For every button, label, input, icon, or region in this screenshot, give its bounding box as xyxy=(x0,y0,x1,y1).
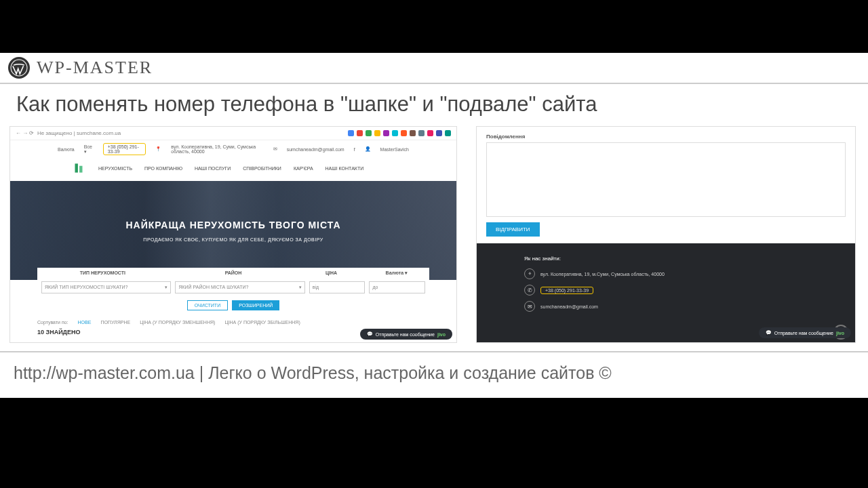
svg-rect-4 xyxy=(75,163,78,172)
brand-name: WP-MASTER xyxy=(37,58,153,78)
screenshots-row: ← → ⟳ Не защищено | sumchane.com.ua Валю… xyxy=(0,126,868,350)
footer-address-line: ⌖ вул. Кооперативна, 19, м.Суми, Сумська… xyxy=(524,268,808,279)
footer-address: вул. Кооперативна, 19, м.Суми, Сумська о… xyxy=(540,272,665,277)
svg-rect-5 xyxy=(79,166,82,173)
chevron-down-icon: ▾ xyxy=(299,285,302,290)
mail-icon: ✉ xyxy=(524,301,535,312)
footer-phone-line: ✆ +38 (050) 291-33-39 xyxy=(524,285,808,296)
slide-footer-text: http://wp-master.com.ua | Легко о WordPr… xyxy=(0,352,868,398)
send-button[interactable]: ВІДПРАВИТИ xyxy=(486,222,540,237)
site-top-strip: Валюта Все ▾ +38 (050) 291-33-39 📍 вул. … xyxy=(10,140,456,158)
sort-option[interactable]: НОВЕ xyxy=(78,320,92,325)
nav-item[interactable]: НАШІ КОНТАКТИ xyxy=(326,166,364,171)
header-phone-highlight[interactable]: +38 (050) 291-33-39 xyxy=(103,143,146,155)
message-label: Повідомлення xyxy=(486,134,846,140)
mail-icon: ✉ xyxy=(273,146,277,152)
reload-icon[interactable]: ⟳ xyxy=(29,130,34,136)
type-select[interactable]: ЯКИЙ ТИП НЕРУХОМОСТІ ШУКАТИ?▾ xyxy=(41,281,171,293)
search-head-currency[interactable]: Валюта ▾ xyxy=(364,268,429,279)
extension-icons[interactable] xyxy=(348,130,451,136)
sort-option[interactable]: ЦІНА (У ПОРЯДКУ ЗБІЛЬШЕННЯ) xyxy=(224,320,300,325)
hero-subtitle: ПРОДАЄМО ЯК СВОЄ, КУПУЄМО ЯК ДЛЯ СЕБЕ, Д… xyxy=(143,237,323,242)
search-head-type: ТИП НЕРУХОМОСТІ xyxy=(37,268,168,279)
pin-icon: 📍 xyxy=(155,146,161,152)
site-nav: НЕРУХОМІСТЬ ПРО КОМПАНІЮ НАШІ ПОСЛУГИ СП… xyxy=(10,158,456,181)
content-area: WP-MASTER Как поменять номер телефона в … xyxy=(0,53,868,398)
clear-button[interactable]: ОЧИСТИТИ xyxy=(187,300,228,310)
insecure-label: Не защищено | xyxy=(37,130,75,136)
sort-option[interactable]: ЦІНА (У ПОРЯДКУ ЗМЕНШЕННЯ) xyxy=(140,320,215,325)
site-logo-icon[interactable] xyxy=(71,161,86,176)
pin-icon: ⌖ xyxy=(524,268,535,279)
user-icon: 👤 xyxy=(365,146,371,152)
chat-text: Отправьте нам сообщение xyxy=(774,331,833,336)
contact-form: Повідомлення ВІДПРАВИТИ xyxy=(477,127,855,243)
nav-item[interactable]: НЕРУХОМІСТЬ xyxy=(98,166,132,171)
price-to-input[interactable]: до xyxy=(369,281,425,293)
sort-label: Сортувати по: xyxy=(37,320,68,325)
advanced-button[interactable]: РОЗШИРЕНИЙ xyxy=(232,300,279,310)
nav-item[interactable]: ПРО КОМПАНІЮ xyxy=(144,166,182,171)
hero-section: НАЙКРАЩА НЕРУХОМІСТЬ ТВОГО МІСТА ПРОДАЄМ… xyxy=(10,181,456,280)
phone-icon: ✆ xyxy=(524,285,535,296)
header-address: вул. Кооперативна, 19, Суми, Сумська обл… xyxy=(171,144,263,154)
footer-heading: Як нас знайти: xyxy=(524,256,808,262)
chat-text: Отправьте нам сообщение xyxy=(376,332,435,337)
footer-email-line: ✉ sumchaneadm@gmail.com xyxy=(524,301,808,312)
chat-widget[interactable]: 💬 Отправьте нам сообщение jivo xyxy=(759,327,851,338)
chat-widget[interactable]: 💬 Отправьте нам сообщение jivo xyxy=(360,329,452,340)
footer-phone-highlight[interactable]: +38 (050) 291-33-39 xyxy=(540,287,593,294)
facebook-icon[interactable]: f xyxy=(354,147,355,152)
page-url[interactable]: sumchane.com.ua xyxy=(77,130,121,136)
brand-bar: WP-MASTER xyxy=(0,53,868,84)
chevron-down-icon: ▾ xyxy=(165,285,167,290)
header-email[interactable]: sumchaneadm@gmail.com xyxy=(287,147,344,152)
district-select[interactable]: ЯКИЙ РАЙОН МІСТА ШУКАТИ?▾ xyxy=(175,281,304,293)
sort-option[interactable]: ПОПУЛЯРНЕ xyxy=(100,320,130,325)
chat-icon: 💬 xyxy=(367,331,373,337)
letterbox-top xyxy=(0,0,868,53)
footer-email[interactable]: sumchaneadm@gmail.com xyxy=(540,304,598,309)
search-card: ТИП НЕРУХОМОСТІ РАЙОН ЦІНА Валюта ▾ ЯКИЙ… xyxy=(37,268,429,317)
slide-title: Как поменять номер телефона в "шапке" и … xyxy=(16,92,852,117)
slide-title-row: Как поменять номер телефона в "шапке" и … xyxy=(0,84,868,126)
browser-address-bar: ← → ⟳ Не защищено | sumchane.com.ua xyxy=(10,127,456,140)
header-username[interactable]: MasterSavich xyxy=(380,147,409,152)
sort-row: Сортувати по: НОВЕ ПОПУЛЯРНЕ ЦІНА (У ПОР… xyxy=(10,317,456,327)
chat-brand: jivo xyxy=(836,331,844,336)
nav-forward-icon[interactable]: → xyxy=(22,130,28,136)
search-head-district: РАЙОН xyxy=(168,268,299,279)
wordpress-logo-icon xyxy=(8,57,30,79)
nav-back-icon[interactable]: ← xyxy=(16,130,21,136)
nav-item[interactable]: КАР'ЄРА xyxy=(294,166,313,171)
chat-brand: jivo xyxy=(437,332,446,337)
message-textarea[interactable] xyxy=(486,142,846,217)
currency-label: Валюта xyxy=(58,147,75,152)
nav-item[interactable]: НАШІ ПОСЛУГИ xyxy=(195,166,231,171)
header-screenshot: ← → ⟳ Не защищено | sumchane.com.ua Валю… xyxy=(9,126,457,343)
nav-item[interactable]: СПІВРОБІТНИКИ xyxy=(243,166,281,171)
currency-selector[interactable]: Все ▾ xyxy=(84,144,94,155)
search-head-price: ЦІНА xyxy=(298,268,363,279)
chat-icon: 💬 xyxy=(766,330,772,336)
hero-heading: НАЙКРАЩА НЕРУХОМІСТЬ ТВОГО МІСТА xyxy=(125,220,340,230)
price-from-input[interactable]: від xyxy=(309,281,366,293)
footer-screenshot: Повідомлення ВІДПРАВИТИ Як нас знайти: ⌖… xyxy=(476,126,856,343)
